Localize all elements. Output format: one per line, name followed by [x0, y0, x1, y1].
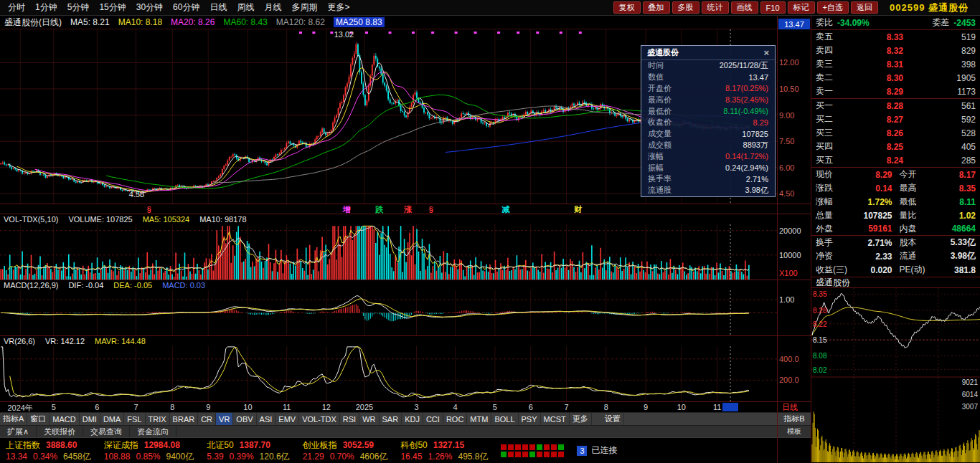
extension-tab[interactable]: 扩展∧ [0, 426, 37, 437]
tab-indicator-b[interactable]: 指标B [783, 414, 804, 424]
indicator-tab[interactable]: 窗口 [27, 413, 50, 425]
ask-row[interactable]: 卖二8.301905 [811, 71, 980, 85]
connection-status[interactable]: 3 已连接 [577, 444, 617, 457]
level-label: 买五 [816, 154, 842, 166]
indicator-tab[interactable]: MTM [467, 413, 491, 425]
menu-button[interactable]: 返回 [851, 1, 878, 14]
ask-row[interactable]: 卖一8.291173 [811, 85, 980, 98]
heat-cell [544, 452, 550, 457]
indicator-tab[interactable]: OBV [233, 413, 256, 425]
bid-row[interactable]: 买二8.27592 [811, 113, 980, 126]
menu-item[interactable]: 1分钟 [30, 1, 62, 14]
indicator-tab[interactable]: 设置 [602, 413, 624, 425]
menu-item[interactable]: 分时 [3, 1, 30, 14]
indicator-tab[interactable]: WR [359, 413, 379, 425]
indicator-tab[interactable]: CR [198, 413, 216, 425]
vol-chart-panel[interactable] [0, 224, 777, 280]
indicator-tab[interactable]: EMV [275, 413, 299, 425]
x-axis[interactable]: 2024年56789101112202534567891011 [0, 401, 777, 412]
indicator-tab[interactable]: VOL-TDX [299, 413, 340, 425]
axis-label: 200.0 [779, 376, 799, 384]
menu-button[interactable]: 标记 [788, 1, 815, 14]
menu-item[interactable]: 多周期 [286, 1, 322, 14]
axis-vol: 2000010000X100 [778, 224, 811, 280]
indicator-tab[interactable]: ASI [257, 413, 276, 425]
heat-grid [501, 444, 564, 457]
menu-item[interactable]: 5分钟 [62, 1, 95, 14]
indicator-tab[interactable]: DMI [80, 413, 100, 425]
popup-row-label: 最高价 [648, 95, 672, 105]
index-quote[interactable]: 上证指数3888.6013.340.34%6458亿 [6, 439, 91, 462]
indicator-tab[interactable]: DMA [100, 413, 124, 425]
close-icon[interactable]: × [763, 47, 769, 58]
ask-row[interactable]: 卖三8.31398 [811, 57, 980, 71]
indicator-tab[interactable]: PSY [519, 413, 541, 425]
menu-item[interactable]: 更多> [322, 1, 354, 14]
macd-chart-panel[interactable] [0, 290, 777, 335]
vr-chart-panel[interactable] [0, 346, 777, 401]
index-name: 创业板指 [303, 439, 337, 451]
menu-item[interactable]: 月线 [259, 1, 286, 14]
menu-button[interactable]: 复权 [613, 1, 641, 14]
menu-item[interactable]: 15分钟 [94, 1, 131, 14]
index-pct: 1.26% [428, 451, 452, 462]
indicator-tab[interactable]: VR [216, 413, 233, 425]
indicator-tab[interactable]: 指标A [0, 413, 27, 425]
event-mark: 财 [574, 204, 582, 214]
menu-button[interactable]: +自选 [817, 1, 849, 14]
extension-tab[interactable]: 资金流向 [130, 426, 176, 437]
menu-button[interactable]: 叠加 [643, 1, 670, 14]
stock-name: 盛通股份 [928, 2, 969, 13]
indicator-tab[interactable]: SAR [380, 413, 402, 425]
stat-value: 381.8 [954, 265, 976, 275]
menu-button[interactable]: 统计 [702, 1, 729, 14]
mini-chart-title[interactable]: 盛通股份 [811, 277, 980, 288]
indicator-tab[interactable]: CCI [423, 413, 443, 425]
indicator-tab[interactable]: KDJ [402, 413, 423, 425]
index-quote[interactable]: 创业板指3052.5921.290.70%4606亿 [303, 439, 388, 462]
indicator-tab[interactable]: BOLL [491, 413, 518, 425]
period-label[interactable]: 日线 [782, 402, 798, 413]
event-mark: 涨 [404, 204, 412, 214]
menu-item[interactable]: 60分钟 [168, 1, 204, 14]
menu-button[interactable]: 画线 [731, 1, 758, 14]
menu-button[interactable]: 多股 [672, 1, 699, 14]
index-quote[interactable]: 深证成指12984.08108.880.85%9400亿 [104, 439, 194, 462]
index-quote[interactable]: 北证501387.705.390.39%120.6亿 [207, 439, 289, 462]
indicator-tab[interactable]: ROC [443, 413, 467, 425]
x-axis-label: 9 [644, 403, 648, 411]
menu-item[interactable]: 日线 [204, 1, 232, 14]
index-quote[interactable]: 科创501327.1516.451.26%495.8亿 [400, 439, 488, 462]
mini-chart[interactable]: 8.358.288.228.158.088.02902160143007 [811, 288, 980, 463]
indicator-tab[interactable]: MACD [50, 413, 79, 425]
tab-template[interactable]: 模板 [787, 426, 801, 436]
menu-item[interactable]: 周线 [232, 1, 259, 14]
bid-row[interactable]: 买五8.24285 [811, 153, 980, 167]
popup-row-label: 收盘价 [648, 117, 672, 128]
index-amount: 495.8亿 [458, 451, 488, 462]
popup-row: 最高价8.35(2.45%) [641, 94, 775, 105]
indicator-tab[interactable]: FSL [124, 413, 145, 425]
indicator-tab[interactable]: 更多 [570, 413, 592, 425]
stat-value: 107825 [863, 211, 892, 221]
menu-item[interactable]: 30分钟 [131, 1, 168, 14]
status-indices: 上证指数3888.6013.340.34%6458亿深证成指12984.0810… [6, 439, 488, 462]
indicator-tab[interactable]: RSI [340, 413, 359, 425]
bid-row[interactable]: 买四8.25405 [811, 140, 980, 153]
extension-tab[interactable]: 交易查询 [83, 426, 130, 437]
event-mark: 增 [343, 204, 351, 214]
bid-row[interactable]: 买三8.26528 [811, 126, 980, 140]
indicator-tab[interactable]: MCST [541, 413, 570, 425]
indicator-tab[interactable]: BRAR [170, 413, 199, 425]
extension-tab[interactable]: 关联报价 [37, 426, 83, 437]
main-chart-panel[interactable]: 13.02 4.58 盛通股份 × 时间2025/11/28/五数值13.47开… [0, 29, 777, 204]
indicator-tab[interactable]: TRIX [146, 413, 170, 425]
x-axis-label: 10 [243, 403, 252, 411]
bid-row[interactable]: 买一8.28561 [811, 99, 980, 113]
stock-code-name[interactable]: 002599 盛通股份 [890, 1, 969, 14]
ask-row[interactable]: 卖五8.33519 [811, 30, 980, 44]
x-axis-label: 11 [713, 403, 721, 411]
ask-row[interactable]: 卖四8.32829 [811, 44, 980, 57]
popup-row-label: 换手率 [648, 173, 672, 184]
menu-button[interactable]: F10 [760, 1, 786, 14]
